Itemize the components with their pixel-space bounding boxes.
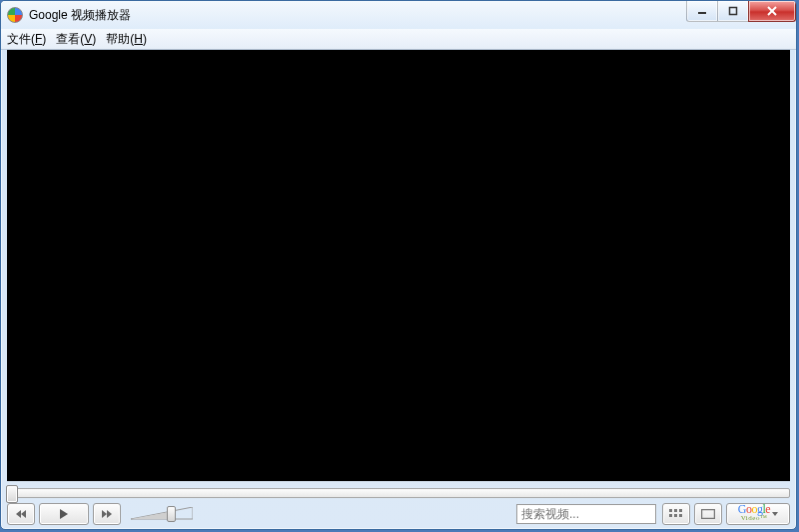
svg-marker-7 [102, 510, 107, 518]
minimize-button[interactable] [686, 1, 718, 22]
svg-rect-15 [674, 514, 677, 517]
svg-rect-13 [679, 509, 682, 512]
svg-rect-11 [669, 509, 672, 512]
svg-rect-12 [674, 509, 677, 512]
play-icon [59, 508, 69, 520]
fullscreen-button[interactable] [694, 503, 722, 525]
controls-bar: Google Video™ [7, 503, 790, 525]
video-canvas[interactable] [7, 50, 790, 481]
svg-marker-4 [16, 510, 21, 518]
svg-marker-6 [60, 509, 68, 519]
google-video-logo: Google Video™ [738, 505, 770, 523]
maximize-button[interactable] [717, 1, 749, 22]
svg-rect-14 [669, 514, 672, 517]
playlist-icon [669, 509, 683, 519]
menu-help[interactable]: 帮助(H) [106, 31, 147, 48]
playlist-button[interactable] [662, 503, 690, 525]
google-video-button[interactable]: Google Video™ [726, 503, 790, 525]
svg-marker-8 [107, 510, 112, 518]
fullscreen-icon [701, 509, 715, 519]
menu-view[interactable]: 查看(V) [56, 31, 96, 48]
previous-icon [15, 509, 27, 519]
volume-track-icon [131, 507, 193, 521]
close-icon [766, 6, 778, 16]
next-icon [101, 509, 113, 519]
menubar: 文件(F) 查看(V) 帮助(H) [1, 29, 796, 50]
titlebar[interactable]: Google 视频播放器 [1, 1, 796, 29]
app-window: Google 视频播放器 文件(F) 查看(V) 帮助(H) [0, 0, 797, 530]
next-button[interactable] [93, 503, 121, 525]
svg-rect-17 [702, 510, 715, 519]
seek-slider[interactable] [7, 488, 790, 498]
maximize-icon [728, 6, 738, 16]
window-controls [687, 1, 796, 21]
close-button[interactable] [748, 1, 796, 22]
play-button[interactable] [39, 503, 89, 525]
search-input[interactable] [516, 504, 656, 524]
window-title: Google 视频播放器 [29, 7, 131, 24]
menu-file[interactable]: 文件(F) [7, 31, 46, 48]
svg-rect-1 [730, 8, 737, 15]
minimize-icon [697, 6, 707, 16]
progress-row [7, 485, 790, 501]
chevron-down-icon [772, 511, 778, 517]
svg-rect-16 [679, 514, 682, 517]
previous-button[interactable] [7, 503, 35, 525]
svg-marker-18 [772, 512, 778, 516]
app-icon [7, 7, 23, 23]
seek-thumb[interactable] [6, 485, 18, 503]
svg-marker-5 [21, 510, 26, 518]
volume-slider[interactable] [131, 507, 193, 521]
volume-thumb[interactable] [167, 506, 176, 522]
